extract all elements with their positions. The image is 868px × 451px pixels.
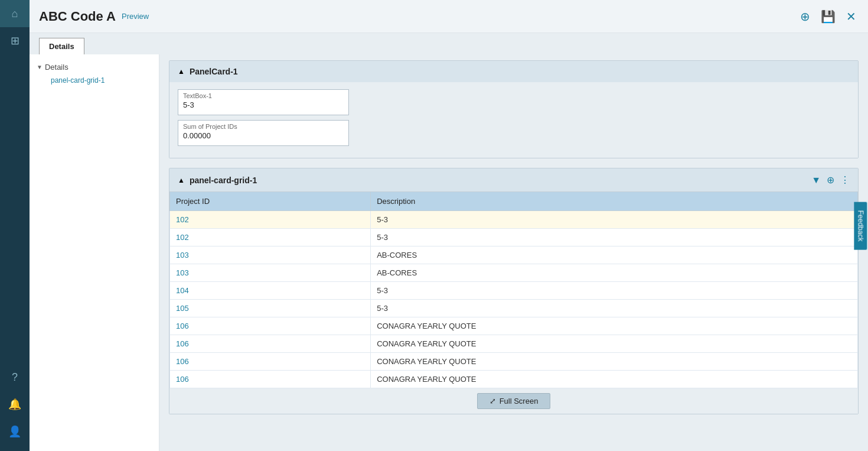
- feedback-tab[interactable]: Feedback: [854, 202, 867, 249]
- cell-description: 5-3: [371, 300, 858, 317]
- sidebar-bell-icon[interactable]: 🔔: [0, 391, 30, 418]
- textbox-1-value[interactable]: 5-3: [183, 100, 344, 109]
- cell-project-id[interactable]: 106: [170, 371, 371, 388]
- panel-card-grid-header: ▲ panel-card-grid-1 ▼ ⊕ ⋮: [169, 168, 858, 192]
- sidebar-home-icon[interactable]: ⌂: [0, 0, 30, 27]
- cell-project-id[interactable]: 103: [170, 264, 371, 282]
- sidebar-grid-icon[interactable]: ⊞: [0, 27, 30, 54]
- sidebar: ⌂ ⊞ ? 🔔 👤: [0, 0, 30, 451]
- panel-card-grid-title: panel-card-grid-1: [190, 176, 257, 185]
- more-options-icon[interactable]: ⋮: [840, 174, 850, 186]
- header: ABC Code A Preview ⊕ 💾 ✕: [30, 0, 868, 33]
- table-row[interactable]: 103AB-CORES: [170, 264, 858, 282]
- save-button[interactable]: 💾: [818, 7, 838, 26]
- add-button[interactable]: ⊕: [798, 7, 812, 26]
- table-row[interactable]: 106CONAGRA YEARLY QUOTE: [170, 317, 858, 335]
- sum-label: Sum of Project IDs: [183, 123, 344, 130]
- table-row[interactable]: 1025-3: [170, 211, 858, 229]
- fullscreen-bar: ⤢ Full Screen: [169, 388, 858, 414]
- cell-description: CONAGRA YEARLY QUOTE: [371, 317, 858, 335]
- table-row[interactable]: 106CONAGRA YEARLY QUOTE: [170, 353, 858, 371]
- table-row[interactable]: 106CONAGRA YEARLY QUOTE: [170, 371, 858, 388]
- panel-card-1-header: ▲ PanelCard-1: [169, 61, 858, 82]
- panel-card-1-body: TextBox-1 5-3 Sum of Project IDs 0.00000: [169, 82, 858, 158]
- sum-field: Sum of Project IDs 0.00000: [178, 120, 349, 146]
- header-actions: ⊕ 💾 ✕: [798, 7, 859, 26]
- details-section-label: Details: [45, 63, 68, 72]
- cell-project-id[interactable]: 106: [170, 317, 371, 335]
- cell-description: AB-CORES: [371, 264, 858, 282]
- panel-card-1: ▲ PanelCard-1 TextBox-1 5-3 Sum of Proje…: [169, 60, 859, 158]
- cell-project-id[interactable]: 103: [170, 246, 371, 264]
- fullscreen-label: Full Screen: [500, 397, 539, 405]
- cell-description: CONAGRA YEARLY QUOTE: [371, 371, 858, 388]
- add-row-icon[interactable]: ⊕: [827, 174, 834, 186]
- tab-details[interactable]: Details: [39, 38, 84, 54]
- table-row[interactable]: 106CONAGRA YEARLY QUOTE: [170, 335, 858, 353]
- fullscreen-button[interactable]: ⤢ Full Screen: [477, 393, 551, 409]
- panel-card-grid-body: Project ID Description 1025-31025-3103AB…: [169, 192, 858, 414]
- cell-description: CONAGRA YEARLY QUOTE: [371, 353, 858, 371]
- fullscreen-icon: ⤢: [490, 397, 496, 405]
- textbox-1-field: TextBox-1 5-3: [178, 89, 349, 115]
- panel-card-1-collapse-icon[interactable]: ▲: [178, 67, 185, 76]
- cell-description: 5-3: [371, 211, 858, 229]
- close-button[interactable]: ✕: [844, 7, 859, 26]
- header-left: ABC Code A Preview: [39, 9, 149, 24]
- panel-card-grid-collapse-icon[interactable]: ▲: [178, 176, 185, 184]
- sum-value: 0.00000: [183, 131, 344, 140]
- right-panel: ▲ PanelCard-1 TextBox-1 5-3 Sum of Proje…: [159, 54, 868, 451]
- left-panel: ▼ Details panel-card-grid-1: [30, 54, 159, 451]
- panel-card-grid: ▲ panel-card-grid-1 ▼ ⊕ ⋮ Project ID Des…: [169, 168, 859, 414]
- cell-project-id[interactable]: 102: [170, 211, 371, 229]
- col-description[interactable]: Description: [371, 192, 858, 211]
- details-section: ▼ Details panel-card-grid-1: [30, 60, 159, 89]
- preview-badge: Preview: [122, 12, 149, 21]
- filter-icon[interactable]: ▼: [811, 175, 821, 186]
- table-row[interactable]: 103AB-CORES: [170, 246, 858, 264]
- col-project-id[interactable]: Project ID: [170, 192, 371, 211]
- tab-bar: Details: [30, 33, 868, 54]
- sidebar-user-icon[interactable]: 👤: [0, 418, 30, 445]
- grid-table: Project ID Description 1025-31025-3103AB…: [169, 192, 858, 388]
- toggle-arrow-icon: ▼: [37, 64, 43, 70]
- cell-project-id[interactable]: 104: [170, 282, 371, 300]
- panel-card-1-title: PanelCard-1: [190, 67, 238, 76]
- cell-description: 5-3: [371, 229, 858, 246]
- cell-project-id[interactable]: 102: [170, 229, 371, 246]
- cell-description: AB-CORES: [371, 246, 858, 264]
- grid-header-actions: ▼ ⊕ ⋮: [811, 174, 850, 186]
- cell-project-id[interactable]: 106: [170, 353, 371, 371]
- cell-project-id[interactable]: 105: [170, 300, 371, 317]
- sidebar-help-icon[interactable]: ?: [0, 364, 30, 391]
- textbox-1-label: TextBox-1: [183, 92, 344, 99]
- cell-project-id[interactable]: 106: [170, 335, 371, 353]
- main-content: ABC Code A Preview ⊕ 💾 ✕ Details ▼ Detai…: [30, 0, 868, 451]
- body-layout: ▼ Details panel-card-grid-1 ▲ PanelCard-…: [30, 54, 868, 451]
- details-toggle[interactable]: ▼ Details: [37, 63, 152, 72]
- cell-description: CONAGRA YEARLY QUOTE: [371, 335, 858, 353]
- table-row[interactable]: 1025-3: [170, 229, 858, 246]
- table-row[interactable]: 1045-3: [170, 282, 858, 300]
- sidebar-item-panel-card-grid[interactable]: panel-card-grid-1: [37, 74, 152, 87]
- cell-description: 5-3: [371, 282, 858, 300]
- page-title: ABC Code A: [39, 9, 116, 24]
- table-row[interactable]: 1055-3: [170, 300, 858, 317]
